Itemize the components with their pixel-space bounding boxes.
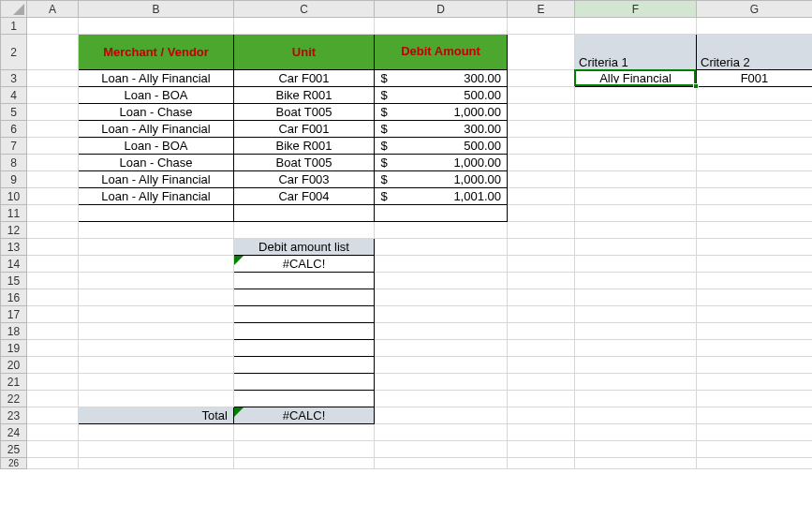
cell[interactable]: [375, 374, 508, 391]
cell[interactable]: [697, 87, 813, 104]
cell[interactable]: [27, 121, 79, 138]
row-header-5[interactable]: 5: [1, 104, 27, 121]
col-header-D[interactable]: D: [375, 1, 508, 18]
cell[interactable]: [234, 273, 375, 289]
table-row[interactable]: $300.00: [375, 70, 508, 87]
cell[interactable]: [508, 205, 575, 222]
cell[interactable]: [697, 171, 813, 188]
criteria2-value[interactable]: F001: [697, 70, 813, 87]
criteria2-label[interactable]: Criteria 2: [697, 35, 813, 70]
cell[interactable]: [27, 239, 79, 256]
cell[interactable]: [508, 256, 575, 273]
cell[interactable]: [575, 171, 697, 188]
cell[interactable]: [79, 441, 234, 458]
cell[interactable]: [234, 205, 375, 222]
row-header-13[interactable]: 13: [1, 239, 27, 256]
cell[interactable]: [697, 155, 813, 171]
cell[interactable]: [575, 357, 697, 374]
row-header-16[interactable]: 16: [1, 289, 27, 306]
col-header-G[interactable]: G: [697, 1, 813, 18]
table-row[interactable]: $500.00: [375, 87, 508, 104]
cell[interactable]: [79, 222, 234, 239]
row-header-8[interactable]: 8: [1, 155, 27, 171]
cell[interactable]: [375, 205, 508, 222]
table-row[interactable]: Boat T005: [234, 104, 375, 121]
cell[interactable]: [575, 87, 697, 104]
cell[interactable]: [375, 441, 508, 458]
row-header-23[interactable]: 23: [1, 407, 27, 424]
cell[interactable]: [575, 340, 697, 357]
cell[interactable]: [508, 171, 575, 188]
cell[interactable]: [375, 458, 508, 469]
cell[interactable]: [575, 441, 697, 458]
cell[interactable]: [27, 104, 79, 121]
cell[interactable]: [575, 222, 697, 239]
table-row[interactable]: Loan - Ally Financial: [79, 70, 234, 87]
cell[interactable]: [508, 138, 575, 155]
row-header-3[interactable]: 3: [1, 70, 27, 87]
table-row[interactable]: Loan - Chase: [79, 104, 234, 121]
cell[interactable]: [508, 407, 575, 424]
cell[interactable]: [375, 18, 508, 35]
row-header-6[interactable]: 6: [1, 121, 27, 138]
table-row[interactable]: Loan - Chase: [79, 155, 234, 171]
criteria1-value[interactable]: Ally Financial: [575, 70, 697, 87]
cell[interactable]: [79, 273, 234, 289]
cell[interactable]: [234, 340, 375, 357]
cell[interactable]: [375, 323, 508, 340]
cell[interactable]: [375, 289, 508, 306]
cell[interactable]: [508, 87, 575, 104]
cell[interactable]: [697, 205, 813, 222]
spreadsheet-view[interactable]: A B C D E F G 1 2 Merchant / Vendor Unit…: [0, 0, 812, 518]
table-row[interactable]: $1,000.00: [375, 155, 508, 171]
cell[interactable]: [508, 289, 575, 306]
col-header-F[interactable]: F: [575, 1, 697, 18]
cell[interactable]: [234, 357, 375, 374]
cell[interactable]: [27, 87, 79, 104]
cell[interactable]: [234, 441, 375, 458]
cell[interactable]: [27, 205, 79, 222]
cell[interactable]: [508, 70, 575, 87]
cell[interactable]: [575, 458, 697, 469]
cell[interactable]: [508, 391, 575, 407]
cell[interactable]: [697, 441, 813, 458]
cell[interactable]: [575, 407, 697, 424]
cell[interactable]: [575, 323, 697, 340]
cell[interactable]: [79, 391, 234, 407]
row-header-15[interactable]: 15: [1, 273, 27, 289]
cell[interactable]: [508, 374, 575, 391]
cell[interactable]: [508, 340, 575, 357]
cell[interactable]: [27, 458, 79, 469]
row-header-26[interactable]: 26: [1, 458, 27, 469]
cell[interactable]: [234, 18, 375, 35]
cell[interactable]: [697, 239, 813, 256]
cell[interactable]: [508, 424, 575, 441]
cell[interactable]: [508, 323, 575, 340]
cell[interactable]: [27, 138, 79, 155]
cell[interactable]: [508, 273, 575, 289]
cell[interactable]: [79, 239, 234, 256]
row-header-11[interactable]: 11: [1, 205, 27, 222]
cell[interactable]: [234, 458, 375, 469]
col-header-B[interactable]: B: [79, 1, 234, 18]
cell[interactable]: [575, 18, 697, 35]
table-row[interactable]: Loan - Ally Financial: [79, 121, 234, 138]
row-header-19[interactable]: 19: [1, 340, 27, 357]
total-label[interactable]: Total: [79, 407, 234, 424]
cell[interactable]: [508, 357, 575, 374]
cell[interactable]: [79, 323, 234, 340]
cell[interactable]: [575, 306, 697, 323]
cell[interactable]: [27, 374, 79, 391]
table-row[interactable]: $1,000.00: [375, 104, 508, 121]
criteria1-label[interactable]: Criteria 1: [575, 35, 697, 70]
cell[interactable]: [697, 121, 813, 138]
row-header-17[interactable]: 17: [1, 306, 27, 323]
row-header-4[interactable]: 4: [1, 87, 27, 104]
cell[interactable]: [575, 239, 697, 256]
table-row[interactable]: $500.00: [375, 138, 508, 155]
cell[interactable]: [375, 222, 508, 239]
table-row[interactable]: Car F001: [234, 121, 375, 138]
cell[interactable]: [575, 104, 697, 121]
cell[interactable]: [508, 306, 575, 323]
cell[interactable]: [697, 256, 813, 273]
